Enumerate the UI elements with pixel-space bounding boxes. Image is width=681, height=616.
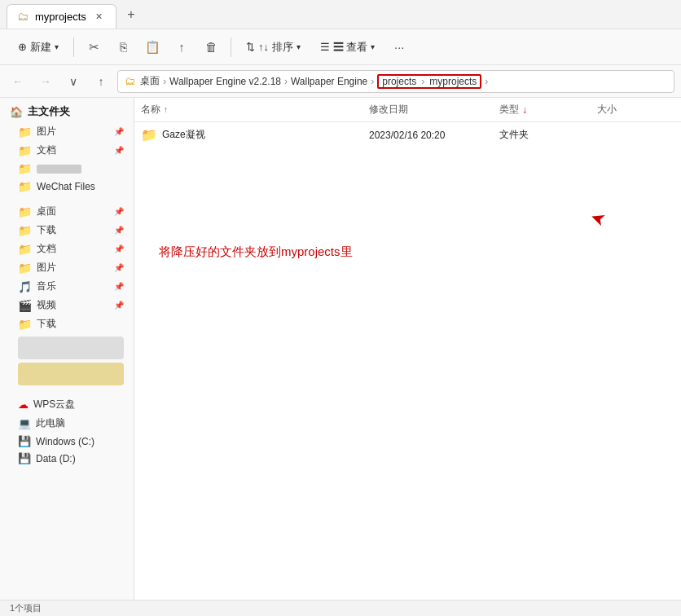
more-button[interactable]: ···	[386, 34, 412, 60]
view-button[interactable]: ☰ ☰ 查看 ▾	[312, 36, 384, 59]
sidebar-docs-label: 文档	[37, 143, 56, 157]
sidebar-item-videos[interactable]: 🎬 视频 📌	[0, 296, 134, 315]
view-icon: ☰	[320, 41, 330, 53]
status-bar: 1个项目	[0, 600, 681, 616]
folder-icon-gaze: 📁	[141, 127, 157, 143]
tab-folder-icon: 🗂	[17, 10, 29, 23]
breadcrumb-desktop[interactable]: 桌面	[140, 74, 160, 88]
home-label: 主文件夹	[28, 104, 70, 119]
sidebar-item-documents[interactable]: 📁 文档 📌	[0, 240, 134, 258]
docs-pin: 📌	[114, 146, 124, 155]
sidebar-wechat-label: WeChat Files	[37, 181, 95, 192]
pictures-pin: 📌	[114, 127, 124, 136]
pc-icon: 💻	[18, 417, 31, 429]
breadcrumb-wallpaper-engine[interactable]: Wallpaper Engine	[291, 76, 367, 87]
downloads-pin: 📌	[114, 226, 124, 235]
blurred-item-2	[18, 363, 124, 385]
toolbar-separator-2	[231, 37, 231, 57]
sidebar-divider-1	[0, 196, 134, 202]
sidebar-item-photos[interactable]: 📁 图片 📌	[0, 258, 134, 277]
back-button[interactable]: ←	[7, 70, 29, 93]
sidebar-home-header[interactable]: 🏠 主文件夹	[0, 101, 134, 122]
videos-pin: 📌	[114, 301, 124, 310]
status-count: 1个项目	[10, 602, 42, 614]
sidebar-item-wechat[interactable]: 📁 WeChat Files	[0, 178, 134, 196]
wechat-icon: 📁	[18, 180, 32, 193]
wps-icon: ☁	[18, 398, 29, 411]
sidebar-item-wps[interactable]: ☁ WPS云盘	[0, 395, 134, 414]
blurred1-icon: 📁	[18, 162, 32, 175]
breadcrumb-sep-3: ›	[371, 76, 374, 87]
sidebar-music-label: 音乐	[37, 279, 56, 293]
desktop-pin: 📌	[114, 207, 124, 216]
forward-button[interactable]: →	[34, 70, 57, 93]
delete-button[interactable]: 🗑	[198, 34, 224, 60]
sidebar-item-music[interactable]: 🎵 音乐 📌	[0, 277, 134, 296]
cut-button[interactable]: ✂	[81, 34, 107, 60]
toolbar-separator-1	[73, 37, 74, 57]
home-icon: 🏠	[10, 106, 23, 118]
blurred-item-1	[18, 337, 124, 359]
breadcrumb-sep-5: ›	[485, 76, 488, 87]
sidebar-item-c-drive[interactable]: 💾 Windows (C:)	[0, 433, 134, 450]
view-dropdown-icon: ▾	[371, 42, 375, 51]
sidebar-item-blurred1[interactable]: 📁	[0, 160, 134, 178]
breadcrumb-highlight-box: projects › myprojects	[377, 74, 481, 89]
sidebar-downloads-label: 下载	[37, 223, 56, 237]
sidebar-wps-label: WPS云盘	[33, 398, 75, 411]
annotation-text: 将降压好的文件夹放到myprojects里	[159, 244, 353, 260]
sidebar-pictures-label: 图片	[37, 125, 56, 139]
downloads-icon: 📁	[18, 224, 32, 237]
photos-icon: 📁	[18, 262, 32, 275]
breadcrumb-projects[interactable]: projects	[382, 76, 416, 87]
file-header: 名称 ↑ 修改日期 类型 ↓ 大小	[134, 98, 681, 122]
sidebar-item-downloads[interactable]: 📁 下载 📌	[0, 221, 134, 240]
file-type-gaze: 文件夹	[493, 126, 591, 143]
tab-label: myprojects	[35, 11, 86, 23]
file-name-gaze: 📁 Gaze凝视	[134, 125, 362, 144]
sidebar-item-desktop[interactable]: 📁 桌面 📌	[0, 202, 134, 221]
breadcrumb-myprojects[interactable]: myprojects	[429, 76, 477, 87]
col-header-date[interactable]: 修改日期	[362, 101, 493, 118]
docs-folder-icon: 📁	[18, 144, 32, 157]
file-row-gaze[interactable]: 📁 Gaze凝视 2023/02/16 20:20 文件夹	[134, 122, 681, 147]
paste-button[interactable]: 📋	[139, 34, 165, 60]
copy-button[interactable]: ⎘	[110, 34, 136, 60]
videos-icon: 🎬	[18, 299, 32, 312]
sidebar-item-docs[interactable]: 📁 文档 📌	[0, 141, 134, 160]
sort-icon: ⇅	[246, 41, 255, 53]
file-area: 名称 ↑ 修改日期 类型 ↓ 大小 📁 Gaze凝视 2023/02/16 20…	[134, 98, 681, 600]
pictures-folder-icon: 📁	[18, 125, 32, 139]
tab-close-button[interactable]: ✕	[93, 10, 106, 23]
main-layout: 🏠 主文件夹 📁 图片 📌 📁 文档 📌 📁 📁 WeChat Files 📁 …	[0, 98, 681, 600]
c-drive-icon: 💾	[18, 435, 31, 447]
sidebar-item-this-pc[interactable]: 💻 此电脑	[0, 414, 134, 433]
share-button[interactable]: ↑	[169, 34, 195, 60]
file-size-gaze	[591, 134, 656, 137]
col-header-name[interactable]: 名称 ↑	[134, 101, 362, 118]
music-icon: 🎵	[18, 280, 32, 293]
new-icon: ⊕	[18, 41, 27, 53]
sidebar-item-pictures[interactable]: 📁 图片 📌	[0, 122, 134, 141]
sidebar-photos-label: 图片	[37, 261, 56, 275]
sidebar-downloads2-label: 下载	[37, 317, 56, 331]
sidebar-item-downloads2[interactable]: 📁 下载	[0, 315, 134, 333]
col-header-size[interactable]: 大小	[591, 101, 656, 118]
desktop-icon: 📁	[18, 205, 32, 218]
sidebar-divider-2	[0, 389, 134, 395]
expand-button[interactable]: ∨	[62, 70, 85, 93]
d-drive-icon: 💾	[18, 452, 31, 464]
sidebar-item-d-drive[interactable]: 💾 Data (D:)	[0, 450, 134, 467]
sort-dropdown-icon: ▾	[297, 42, 301, 51]
address-bar: ← → ∨ ↑ 🗂 桌面 › Wallpaper Engine v2.2.18 …	[0, 65, 681, 98]
up-button[interactable]: ↑	[90, 70, 112, 93]
new-button[interactable]: ⊕ 新建 ▾	[10, 36, 67, 59]
col-header-type[interactable]: 类型 ↓	[493, 101, 591, 118]
sort-button[interactable]: ⇅ ↑↓ 排序 ▾	[238, 36, 309, 59]
breadcrumb-folder-icon: 🗂	[125, 75, 135, 87]
breadcrumb-bar[interactable]: 🗂 桌面 › Wallpaper Engine v2.2.18 › Wallpa…	[117, 70, 674, 93]
breadcrumb-wallpaper-engine-v[interactable]: Wallpaper Engine v2.2.18	[169, 76, 281, 87]
new-tab-button[interactable]: +	[120, 3, 143, 26]
documents-icon: 📁	[18, 243, 32, 256]
tab-myprojects[interactable]: 🗂 myprojects ✕	[7, 4, 116, 29]
